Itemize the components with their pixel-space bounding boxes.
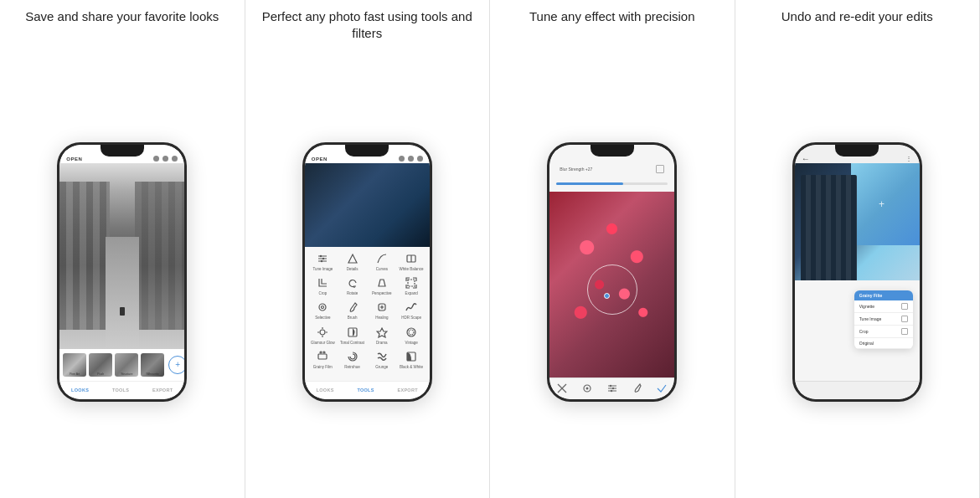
- p3-sliders-icon[interactable]: [606, 382, 618, 394]
- phone-4: ← ⋮ + Grainy Filte Vignette: [792, 142, 922, 402]
- p2-tool-tune-image[interactable]: Tune Image: [309, 252, 337, 271]
- p2-tool-retrohue[interactable]: Retrohue: [338, 350, 366, 369]
- panel-2-caption: Perfect any photo fast using tools and f…: [252, 8, 483, 45]
- p1-icon-1: [153, 156, 159, 162]
- p2-tool-expand[interactable]: Expand: [398, 276, 426, 295]
- p2-tool-rotate[interactable]: Rotate: [338, 276, 366, 295]
- p2-tool-label-tune: Tune Image: [312, 267, 333, 271]
- panel-3-caption: Tune any effect with precision: [529, 8, 695, 45]
- panel-4-caption: Undo and re-edit your edits: [781, 8, 933, 45]
- p2-tool-bw[interactable]: Black & White: [398, 350, 426, 369]
- phone-3-screen: Blur Strength +27: [549, 145, 674, 399]
- p1-thumb-label-4: Silhouette: [146, 372, 159, 376]
- p3-brush-icon[interactable]: [632, 382, 643, 394]
- p4-dropdown-item-original[interactable]: Original: [854, 338, 913, 349]
- p2-tool-drama[interactable]: Drama: [368, 326, 395, 345]
- p2-tool-label-brush: Brush: [348, 316, 358, 320]
- p2-tool-wb[interactable]: White Balance: [398, 252, 426, 271]
- p1-thumb-4[interactable]: Silhouette: [141, 353, 164, 377]
- svg-point-23: [409, 330, 414, 335]
- p4-panel: Grainy Filte Vignette Tune Image Cr: [795, 280, 920, 381]
- p2-tab-tools[interactable]: TOOLS: [357, 388, 374, 393]
- p2-icon-2: [408, 156, 414, 162]
- p2-tool-label-retrohue: Retrohue: [344, 365, 360, 369]
- p2-tool-details[interactable]: Details: [338, 252, 366, 271]
- p3-compare-icon[interactable]: [656, 165, 664, 173]
- p2-tool-icon-retrohue: [346, 350, 359, 363]
- svg-point-26: [323, 352, 325, 353]
- svg-point-37: [611, 390, 612, 392]
- p2-tool-crop[interactable]: Crop: [309, 276, 337, 295]
- p2-tool-icon-grainyfilm: [316, 350, 329, 363]
- p2-tool-brush[interactable]: Brush: [338, 300, 366, 320]
- phone-3: Blur Strength +27: [547, 142, 677, 402]
- p4-crop-icon: [901, 328, 908, 335]
- p2-tool-icon-expand: [405, 276, 418, 290]
- p3-target-icon[interactable]: [581, 382, 593, 394]
- p2-tool-grainyfilm[interactable]: Grainy Film: [309, 350, 337, 369]
- p1-thumb-label-2: Push: [97, 372, 104, 376]
- p3-slider-area: Blur Strength +27: [549, 162, 674, 177]
- p4-dropdown-item-crop[interactable]: Crop: [854, 326, 913, 338]
- p4-dropdown-item-vignette[interactable]: Vignette: [854, 300, 913, 313]
- p2-tools-row-4: Glamour Glow Tonal Contrast: [308, 326, 426, 345]
- p2-tool-icon-tonalcontrast: [346, 326, 359, 339]
- p2-tool-label-tonalcontrast: Tonal Contrast: [340, 341, 364, 345]
- p3-close-icon[interactable]: [556, 382, 568, 394]
- p2-tab-export[interactable]: EXPORT: [397, 388, 417, 393]
- svg-point-11: [319, 304, 326, 311]
- p2-tab-looks[interactable]: LOOKS: [317, 388, 334, 393]
- svg-point-5: [321, 259, 322, 261]
- p3-check-icon[interactable]: [656, 382, 668, 394]
- p1-thumb-2[interactable]: Push: [89, 353, 112, 377]
- p4-back-icon[interactable]: ←: [802, 154, 810, 163]
- p1-thumb-3[interactable]: Structure: [115, 353, 138, 377]
- p2-tool-icon-drama: [375, 326, 389, 339]
- p3-circle-overlay: [587, 264, 637, 315]
- p2-tool-icon-perspective: [375, 276, 389, 290]
- phone-2: OPEN: [302, 142, 432, 402]
- phone-4-notch: [835, 145, 879, 157]
- p2-tool-healing[interactable]: Healing: [368, 300, 395, 320]
- p2-tool-perspective[interactable]: Perspective: [368, 276, 395, 295]
- p3-slider-fill: [556, 182, 623, 185]
- svg-point-16: [320, 330, 325, 335]
- p1-thumb-add[interactable]: +: [168, 356, 184, 374]
- p2-tool-label-rotate: Rotate: [347, 291, 358, 295]
- svg-point-12: [322, 306, 324, 309]
- p4-more-icon[interactable]: ⋮: [905, 155, 913, 162]
- p2-tool-tonalcontrast[interactable]: Tonal Contrast: [338, 326, 366, 345]
- p2-tool-grunge[interactable]: Grunge: [368, 350, 395, 369]
- p2-tool-icon-details: [346, 252, 359, 265]
- p3-bottombar: [549, 377, 674, 399]
- p2-tool-icon-glamourglow: [316, 326, 329, 339]
- p2-tool-hdrscape[interactable]: HDR Scape: [398, 300, 426, 320]
- p4-tuneimage-icon: [901, 316, 908, 322]
- p2-tool-label-selective: Selective: [315, 316, 330, 320]
- p3-slider-track[interactable]: [556, 182, 668, 185]
- p1-tab-export[interactable]: EXPORT: [152, 388, 173, 393]
- p2-tool-selective[interactable]: Selective: [309, 300, 337, 320]
- p1-bottombar: LOOKS TOOLS EXPORT: [59, 381, 184, 399]
- p2-tool-icon-bw: [405, 350, 418, 363]
- p1-tab-tools[interactable]: TOOLS: [112, 388, 129, 393]
- p2-tool-icon-crop: [316, 276, 329, 290]
- p1-icon-3: [172, 156, 178, 162]
- p3-dot[interactable]: [604, 293, 610, 299]
- p2-open-label: OPEN: [312, 157, 328, 162]
- p1-thumb-1[interactable]: Fine Art: [63, 353, 86, 377]
- p2-tool-glamourglow[interactable]: Glamour Glow: [309, 326, 337, 345]
- p2-tool-icon-vintage: [405, 326, 418, 339]
- p1-tab-looks[interactable]: LOOKS: [71, 388, 89, 393]
- p3-slider-track-area[interactable]: [549, 177, 674, 192]
- phone-1-screen: OPEN: [59, 145, 184, 399]
- p2-tools-row-3: Selective Brush Healing: [308, 300, 426, 320]
- p2-icons: [399, 156, 423, 162]
- p2-tool-label-perspective: Perspective: [372, 291, 392, 295]
- p2-tools-row-2: Crop Rotate Perspective: [308, 276, 426, 295]
- p4-dropdown-item-tuneimage[interactable]: Tune Image: [854, 313, 913, 326]
- p1-icon-2: [162, 156, 168, 162]
- p2-tool-curves[interactable]: Curves: [368, 252, 395, 271]
- panel-2: Perfect any photo fast using tools and f…: [245, 0, 491, 498]
- p2-tool-vintage[interactable]: Vintage: [398, 326, 426, 345]
